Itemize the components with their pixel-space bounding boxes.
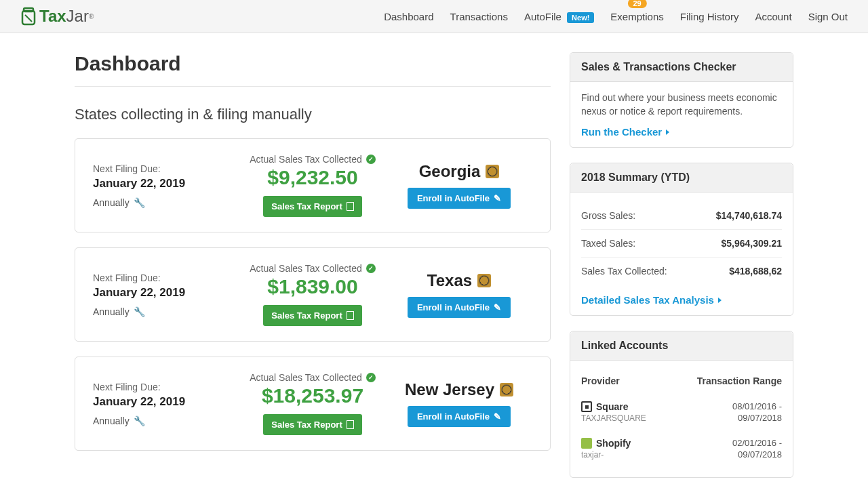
tax-collected-label: Actual Sales Tax Collected✓ (250, 154, 376, 165)
account-row[interactable]: SquareTAXJARSQUARE08/01/2016 -09/07/2018 (581, 394, 782, 431)
check-circle-icon: ✓ (366, 264, 376, 273)
run-checker-link[interactable]: Run the Checker (581, 126, 669, 138)
checker-panel: Sales & Transactions Checker Find out wh… (570, 52, 793, 148)
checker-text: Find out where your business meets econo… (581, 92, 782, 118)
account-provider-name: Square (581, 401, 646, 412)
main-content: Dashboard States collecting in & filing … (75, 52, 551, 466)
filing-due-label: Next Filing Due: (93, 382, 239, 392)
top-navigation: TaxJar® Dashboard Transactions AutoFile … (0, 0, 868, 33)
analysis-link-label: Detailed Sales Tax Analysis (581, 294, 714, 306)
state-seal-icon (500, 383, 513, 396)
sales-tax-report-button[interactable]: Sales Tax Report (263, 305, 362, 326)
filing-due-date: January 22, 2019 (93, 177, 239, 190)
nav-autofile[interactable]: AutoFile New! (524, 11, 594, 22)
filing-due-label: Next Filing Due: (93, 163, 239, 174)
filing-frequency[interactable]: Annually🔧 (93, 197, 239, 208)
accounts-head-range: Transaction Range (697, 375, 782, 386)
filing-frequency[interactable]: Annually🔧 (93, 306, 239, 317)
run-checker-label: Run the Checker (581, 126, 662, 138)
enroll-autofile-button[interactable]: Enroll in AutoFile (408, 406, 511, 427)
nav-autofile-label: AutoFile (524, 11, 561, 22)
edit-icon (494, 193, 501, 203)
square-icon (581, 401, 592, 412)
page-title: Dashboard (75, 52, 551, 75)
linked-accounts-title: Linked Accounts (570, 331, 793, 361)
nav-sign-out[interactable]: Sign Out (808, 11, 848, 22)
divider (75, 86, 551, 87)
summary-value: $14,740,618.74 (716, 210, 782, 221)
account-transaction-range: 08/01/2016 -09/07/2018 (732, 401, 782, 424)
state-card: Next Filing Due: January 22, 2019 Annual… (75, 357, 551, 451)
brand-logo[interactable]: TaxJar® (20, 7, 94, 26)
logo-text-jar: Jar (66, 7, 89, 26)
check-circle-icon: ✓ (366, 155, 376, 164)
summary-row: Sales Tax Collected:$418,688,62 (581, 258, 782, 285)
state-seal-icon (486, 165, 499, 178)
wrench-icon: 🔧 (134, 415, 145, 426)
summary-row: Gross Sales:$14,740,618.74 (581, 202, 782, 230)
filing-due-date: January 22, 2019 (93, 395, 239, 409)
accounts-head-provider: Provider (581, 375, 620, 386)
detailed-analysis-link[interactable]: Detailed Sales Tax Analysis (581, 294, 722, 306)
summary-row: Taxed Sales:$5,964,309.21 (581, 230, 782, 258)
sales-tax-report-button[interactable]: Sales Tax Report (263, 196, 362, 217)
sales-tax-report-button[interactable]: Sales Tax Report (263, 414, 362, 435)
nav-filing-history[interactable]: Filing History (680, 11, 739, 22)
summary-value: $5,964,309.21 (721, 238, 782, 249)
logo-text-tax: Tax (39, 7, 66, 26)
state-card: Next Filing Due: January 22, 2019 Annual… (75, 247, 551, 342)
caret-icon (718, 298, 722, 303)
svg-line-2 (25, 15, 32, 22)
edit-icon (494, 411, 501, 422)
tax-amount: $1,839.00 (239, 275, 386, 298)
account-transaction-range: 02/01/2016 -09/07/2018 (732, 438, 782, 461)
summary-panel: 2018 Summary (YTD) Gross Sales:$14,740,6… (570, 163, 793, 316)
tax-collected-label: Actual Sales Tax Collected✓ (250, 372, 376, 383)
tax-amount: $18,253.97 (239, 384, 386, 407)
tax-collected-label: Actual Sales Tax Collected✓ (250, 263, 376, 274)
account-row[interactable]: Shopifytaxjar-02/01/2016 -09/07/2018 (581, 431, 782, 468)
linked-accounts-panel: Linked Accounts Provider Transaction Ran… (570, 331, 793, 478)
exemptions-count-badge: 29 (627, 0, 646, 8)
check-circle-icon: ✓ (366, 373, 376, 382)
nav-exemptions[interactable]: 29Exemptions (610, 11, 663, 22)
document-icon (347, 420, 354, 429)
summary-label: Sales Tax Collected: (581, 266, 667, 277)
enroll-autofile-button[interactable]: Enroll in AutoFile (408, 188, 511, 209)
account-provider-name: Shopify (581, 438, 631, 449)
nav-dashboard[interactable]: Dashboard (384, 11, 433, 22)
trademark: ® (89, 13, 94, 20)
section-title: States collecting in & filing manually (75, 106, 551, 123)
shopify-icon (581, 438, 592, 449)
account-sub-label: TAXJARSQUARE (581, 413, 646, 423)
nav-exemptions-label: Exemptions (610, 11, 663, 22)
nav-account[interactable]: Account (755, 11, 791, 22)
svg-rect-1 (24, 8, 33, 12)
caret-icon (666, 129, 669, 135)
summary-label: Taxed Sales: (581, 238, 635, 249)
nav-transactions[interactable]: Transactions (450, 11, 508, 22)
state-seal-icon (477, 274, 491, 287)
account-sub-label: taxjar- (581, 450, 631, 460)
main-nav: Dashboard Transactions AutoFile New! 29E… (384, 11, 848, 22)
document-icon (347, 311, 354, 320)
filing-due-label: Next Filing Due: (93, 272, 239, 283)
state-name: Georgia (419, 162, 500, 181)
checker-title: Sales & Transactions Checker (570, 53, 793, 82)
summary-value: $418,688,62 (729, 266, 782, 277)
edit-icon (494, 302, 501, 312)
sidebar: Sales & Transactions Checker Find out wh… (570, 52, 793, 488)
wrench-icon: 🔧 (134, 197, 145, 208)
summary-title: 2018 Summary (YTD) (570, 163, 793, 192)
summary-label: Gross Sales: (581, 210, 635, 221)
filing-frequency[interactable]: Annually🔧 (93, 415, 239, 426)
enroll-autofile-button[interactable]: Enroll in AutoFile (408, 297, 511, 318)
filing-due-date: January 22, 2019 (93, 286, 239, 300)
tax-amount: $9,232.50 (239, 166, 386, 189)
new-badge: New! (567, 12, 594, 23)
state-name: Texas (427, 271, 491, 290)
document-icon (347, 202, 354, 211)
wrench-icon: 🔧 (134, 306, 145, 317)
state-card: Next Filing Due: January 22, 2019 Annual… (75, 138, 551, 232)
state-name: New Jersey (405, 380, 513, 399)
